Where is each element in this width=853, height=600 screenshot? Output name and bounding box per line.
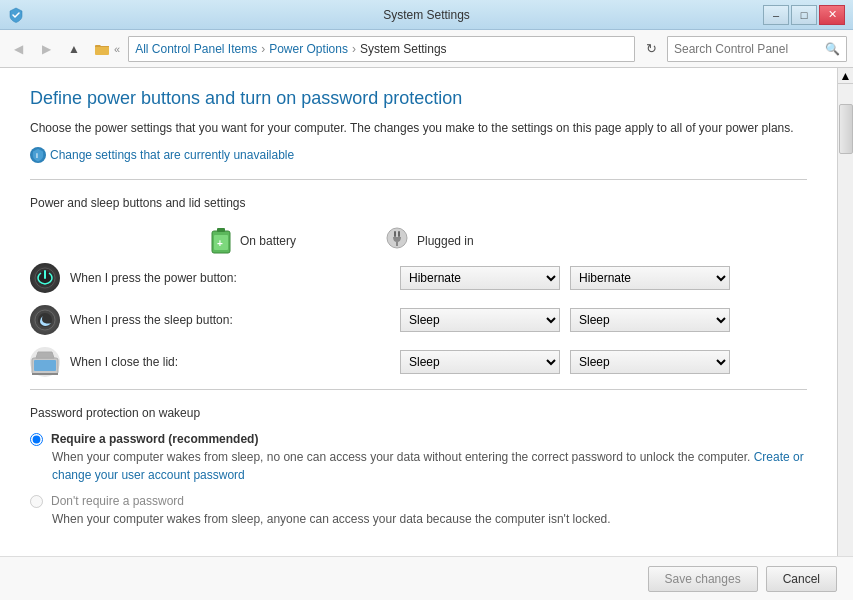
back-button[interactable]: ◀ (6, 37, 30, 61)
require-password-radio[interactable] (30, 433, 43, 446)
battery-label: On battery (240, 234, 296, 248)
power-button-label-container: When I press the power button: (30, 263, 400, 293)
section1-title: Power and sleep buttons and lid settings (30, 196, 807, 210)
refresh-button[interactable]: ↻ (639, 37, 663, 61)
power-button-label: When I press the power button: (70, 271, 237, 285)
sleep-plugged-select[interactable]: Sleep Do nothing Hibernate Shut down Tur… (570, 308, 730, 332)
page-title: Define power buttons and turn on passwor… (30, 88, 807, 109)
scroll-up-button[interactable]: ▲ (838, 68, 853, 84)
svg-rect-9 (396, 242, 398, 246)
maximize-button[interactable]: □ (791, 5, 817, 25)
svg-text:+: + (217, 238, 223, 249)
plugged-label: Plugged in (417, 234, 474, 248)
section-divider-1 (30, 179, 807, 180)
close-button[interactable]: ✕ (819, 5, 845, 25)
no-password-desc: When your computer wakes from sleep, any… (52, 510, 807, 528)
main-container: Define power buttons and turn on passwor… (0, 68, 853, 600)
password-section-title: Password protection on wakeup (30, 406, 807, 420)
svg-rect-0 (95, 46, 109, 55)
breadcrumb-sep-2: › (352, 42, 356, 56)
lid-row: When I close the lid: Sleep Do nothing H… (30, 347, 807, 377)
save-changes-button[interactable]: Save changes (648, 566, 758, 592)
breadcrumb-separator-0: « (114, 43, 120, 55)
battery-icon: + (210, 227, 232, 255)
title-bar-left (8, 7, 24, 23)
breadcrumb-system-settings: System Settings (360, 42, 447, 56)
svg-rect-8 (398, 231, 400, 237)
sleep-button-row: When I press the sleep button: Sleep Do … (30, 305, 807, 335)
svg-rect-15 (34, 360, 56, 371)
bottom-bar: Save changes Cancel (0, 556, 853, 600)
up-button[interactable]: ▲ (62, 37, 86, 61)
section-divider-2 (30, 389, 807, 390)
require-password-desc: When your computer wakes from sleep, no … (52, 448, 807, 484)
window-title: System Settings (383, 8, 470, 22)
lid-icon (30, 347, 60, 377)
power-button-icon (30, 263, 60, 293)
sleep-button-label: When I press the sleep button: (70, 313, 233, 327)
no-password-text: Don't require a password (51, 494, 184, 508)
sleep-battery-select[interactable]: Sleep Do nothing Hibernate Shut down Tur… (400, 308, 560, 332)
require-password-text: Require a password (recommended) (51, 432, 258, 446)
power-button-row: When I press the power button: Hibernate… (30, 263, 807, 293)
breadcrumb-all-control-panel[interactable]: All Control Panel Items (135, 42, 257, 56)
svg-text:i: i (36, 152, 38, 159)
require-password-label[interactable]: Require a password (recommended) (30, 432, 807, 446)
power-battery-select[interactable]: Hibernate Do nothing Sleep Shut down Tur… (400, 266, 560, 290)
shield-link-icon: i (30, 147, 46, 163)
folder-icon (94, 41, 110, 57)
search-input[interactable] (674, 42, 825, 56)
cancel-button[interactable]: Cancel (766, 566, 837, 592)
change-settings-link[interactable]: i Change settings that are currently una… (30, 147, 807, 163)
title-bar: System Settings – □ ✕ (0, 0, 853, 30)
battery-column-header: + On battery (210, 227, 385, 255)
scrollbar[interactable]: ▲ ▼ (837, 68, 853, 600)
content-area: Define power buttons and turn on passwor… (0, 68, 837, 600)
require-password-option: Require a password (recommended) When yo… (30, 432, 807, 484)
title-bar-controls: – □ ✕ (763, 5, 845, 25)
svg-rect-3 (217, 228, 225, 232)
create-password-link[interactable]: Create or change your user account passw… (52, 450, 804, 482)
address-box[interactable]: All Control Panel Items › Power Options … (128, 36, 635, 62)
plugged-column-header: Plugged in (385, 226, 560, 255)
no-password-option: Don't require a password When your compu… (30, 494, 807, 528)
change-settings-label: Change settings that are currently unava… (50, 148, 294, 162)
power-plugged-select[interactable]: Hibernate Do nothing Sleep Shut down Tur… (570, 266, 730, 290)
power-table-header: + On battery Plugged in (30, 226, 807, 263)
lid-plugged-select[interactable]: Sleep Do nothing Hibernate Shut down Tur… (570, 350, 730, 374)
lid-label: When I close the lid: (70, 355, 178, 369)
scrollbar-thumb[interactable] (839, 104, 853, 154)
app-icon (8, 7, 24, 23)
search-box[interactable]: 🔍 (667, 36, 847, 62)
lid-battery-select[interactable]: Sleep Do nothing Hibernate Shut down Tur… (400, 350, 560, 374)
password-section: Password protection on wakeup Require a … (30, 406, 807, 528)
forward-button[interactable]: ▶ (34, 37, 58, 61)
address-bar: ◀ ▶ ▲ « All Control Panel Items › Power … (0, 30, 853, 68)
search-icon[interactable]: 🔍 (825, 42, 840, 56)
sleep-button-label-container: When I press the sleep button: (30, 305, 400, 335)
svg-rect-7 (394, 231, 396, 237)
breadcrumb: All Control Panel Items › Power Options … (135, 42, 446, 56)
minimize-button[interactable]: – (763, 5, 789, 25)
page-description: Choose the power settings that you want … (30, 119, 807, 137)
lid-label-container: When I close the lid: (30, 347, 400, 377)
breadcrumb-power-options[interactable]: Power Options (269, 42, 348, 56)
no-password-label[interactable]: Don't require a password (30, 494, 807, 508)
no-password-radio[interactable] (30, 495, 43, 508)
sleep-button-icon (30, 305, 60, 335)
plug-icon (385, 226, 409, 255)
breadcrumb-sep-1: › (261, 42, 265, 56)
